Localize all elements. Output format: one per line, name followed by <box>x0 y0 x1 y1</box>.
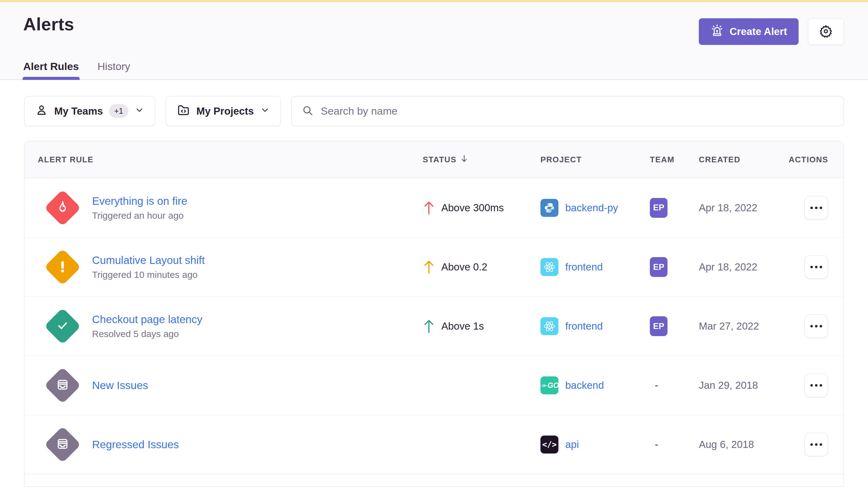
react-platform-icon <box>540 258 558 276</box>
project-link[interactable]: backend-py <box>565 202 618 214</box>
ellipsis-icon <box>810 325 822 327</box>
project-cell: frontend <box>540 258 650 276</box>
critical-diamond-icon <box>44 189 81 226</box>
alert-settings-button[interactable] <box>808 18 844 45</box>
project-cell: backend-py <box>540 199 650 217</box>
teams-filter-dropdown[interactable]: My Teams +1 <box>24 96 155 126</box>
ellipsis-icon <box>810 384 822 386</box>
alert-rule-subtitle: Triggered an hour ago <box>92 210 187 221</box>
table-row-partial <box>25 474 843 486</box>
alert-rule-link[interactable]: Cumulative Layout shift <box>92 254 205 266</box>
issue-diamond-icon <box>44 426 81 463</box>
search-input[interactable] <box>321 105 834 117</box>
alert-rule-link[interactable]: Checkout page latency <box>92 313 202 325</box>
project-link[interactable]: api <box>565 439 579 451</box>
table-row: Everything is on fire Triggered an hour … <box>25 178 843 237</box>
main-content: My Teams +1 My Projects <box>0 80 868 487</box>
fire-icon <box>55 200 70 215</box>
created-date: Apr 18, 2022 <box>699 261 789 273</box>
column-header-created[interactable]: Created <box>699 155 789 165</box>
status-cell: Above 1s <box>423 318 540 334</box>
column-header-team[interactable]: Team <box>650 155 699 165</box>
check-icon <box>56 319 69 334</box>
table-row: Regressed Issues </> api - Aug 6, 2018 <box>25 415 843 474</box>
issue-diamond-icon <box>44 367 81 404</box>
issues-icon <box>56 378 69 393</box>
warning-diamond-icon: ! <box>44 249 81 286</box>
chevron-down-icon <box>260 105 270 117</box>
team-empty: - <box>650 439 658 450</box>
team-badge: EP <box>650 198 668 218</box>
alert-rule-link[interactable]: New Issues <box>92 379 148 392</box>
arrow-up-icon <box>423 318 435 334</box>
column-header-project[interactable]: Project <box>540 155 650 165</box>
table-header-row: Alert Rule Status Project Team Created A… <box>25 141 843 178</box>
team-cell: EP <box>650 316 699 336</box>
person-icon <box>35 104 48 119</box>
project-link[interactable]: frontend <box>565 320 603 332</box>
table-row: New Issues -≫GO backend - Jan 29, 2018 <box>25 356 843 415</box>
created-date: Aug 6, 2018 <box>699 439 789 451</box>
alert-rule-link[interactable]: Regressed Issues <box>92 438 179 451</box>
resolved-diamond-icon <box>44 308 81 345</box>
status-text: Above 300ms <box>441 202 504 214</box>
arrow-up-icon <box>423 200 435 216</box>
table-body: Everything is on fire Triggered an hour … <box>25 178 843 474</box>
teams-filter-label: My Teams <box>54 105 103 117</box>
top-accent-strip <box>0 0 868 2</box>
column-header-alert-rule[interactable]: Alert Rule <box>25 155 423 165</box>
exclamation-icon: ! <box>59 260 66 275</box>
page-title: Alerts <box>23 14 74 34</box>
projects-filter-label: My Projects <box>196 105 254 117</box>
status-cell: Above 300ms <box>423 200 540 216</box>
column-header-actions: Actions <box>789 155 843 165</box>
status-text: Above 1s <box>441 320 484 332</box>
created-date: Apr 18, 2022 <box>699 202 789 214</box>
row-actions-button[interactable] <box>805 196 828 220</box>
arrow-up-icon <box>423 259 435 275</box>
status-text: Above 0.2 <box>441 261 487 273</box>
project-cell: -≫GO backend <box>540 376 650 394</box>
project-link[interactable]: frontend <box>565 261 603 273</box>
alert-rule-subtitle: Triggered 10 minutes ago <box>92 269 205 280</box>
issues-icon <box>56 437 69 452</box>
gear-icon <box>819 24 833 39</box>
alert-rule-link[interactable]: Everything is on fire <box>92 195 187 207</box>
python-platform-icon <box>540 199 558 217</box>
teams-count-badge: +1 <box>109 104 128 118</box>
table-row: ! Cumulative Layout shift Triggered 10 m… <box>25 237 843 296</box>
search-icon <box>302 105 314 118</box>
create-alert-button[interactable]: Create Alert <box>699 18 799 45</box>
team-cell: - <box>650 439 699 451</box>
row-actions-button[interactable] <box>805 255 828 279</box>
tab-bar: Alert Rules History <box>23 60 844 79</box>
project-cell: frontend <box>540 317 650 335</box>
team-badge: EP <box>650 257 668 277</box>
team-empty: - <box>650 379 658 391</box>
column-header-status[interactable]: Status <box>423 154 540 166</box>
projects-filter-dropdown[interactable]: My Projects <box>166 96 281 126</box>
team-badge: EP <box>650 316 668 336</box>
project-link[interactable]: backend <box>565 379 604 391</box>
react-platform-icon <box>540 317 558 335</box>
tab-alert-rules[interactable]: Alert Rules <box>23 60 79 79</box>
row-actions-button[interactable] <box>805 314 828 338</box>
siren-icon <box>710 24 724 40</box>
alert-rules-table: Alert Rule Status Project Team Created A… <box>24 141 844 487</box>
filter-bar: My Teams +1 My Projects <box>24 96 844 126</box>
ellipsis-icon <box>810 266 822 268</box>
created-date: Jan 29, 2018 <box>699 379 789 391</box>
table-row: Checkout page latency Resolved 5 days ag… <box>25 296 843 356</box>
create-alert-label: Create Alert <box>729 26 787 37</box>
project-cell: </> api <box>540 436 650 454</box>
page-header: Alerts Create Alert <box>0 2 868 80</box>
row-actions-button[interactable] <box>805 433 828 456</box>
team-cell: - <box>650 379 699 391</box>
row-actions-button[interactable] <box>805 374 828 397</box>
tab-history[interactable]: History <box>97 60 131 79</box>
team-cell: EP <box>650 257 699 277</box>
ellipsis-icon <box>810 443 822 446</box>
alert-rule-subtitle: Resolved 5 days ago <box>92 329 202 339</box>
chevron-down-icon <box>135 105 144 117</box>
code-platform-icon: </> <box>540 436 558 454</box>
